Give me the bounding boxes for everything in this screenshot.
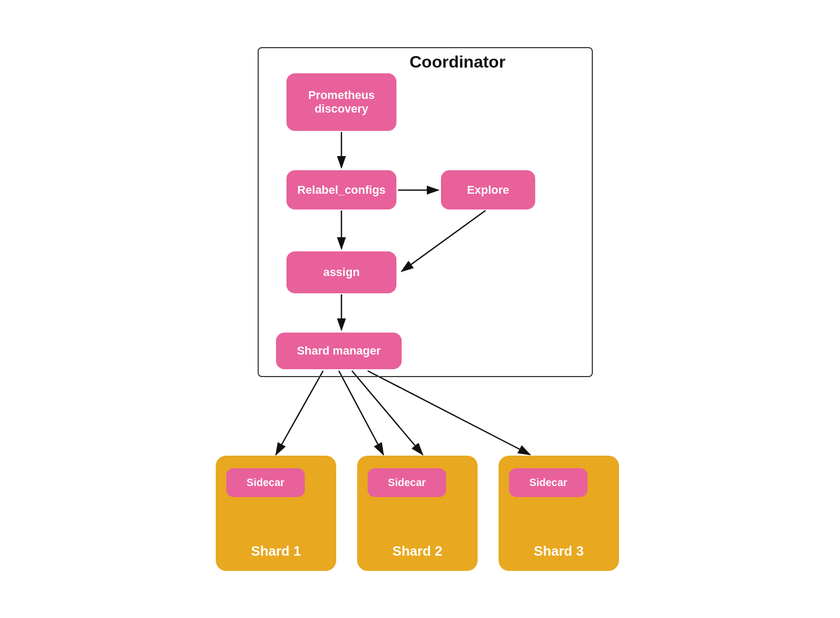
assign-node: assign xyxy=(286,251,396,293)
shard-3-sidecar: Sidecar xyxy=(509,468,588,497)
svg-line-8 xyxy=(352,371,423,455)
shard-manager-node: Shard manager xyxy=(276,333,402,369)
shard-3-label: Shard 3 xyxy=(499,543,619,559)
shard-3-box: Sidecar Shard 3 xyxy=(499,456,619,571)
shard-1-label: Shard 1 xyxy=(216,543,336,559)
relabel-node: Relabel_configs xyxy=(286,170,396,209)
explore-node: Explore xyxy=(441,170,535,209)
diagram-container: Coordinator Prometheus discovery Relabel… xyxy=(184,31,656,587)
shard-2-box: Sidecar Shard 2 xyxy=(357,456,478,571)
svg-line-9 xyxy=(368,371,530,455)
shard-2-sidecar: Sidecar xyxy=(368,468,446,497)
shard-1-box: Sidecar Shard 1 xyxy=(216,456,336,571)
coordinator-label: Coordinator xyxy=(410,52,505,72)
shard-2-label: Shard 2 xyxy=(357,543,478,559)
prometheus-node: Prometheus discovery xyxy=(286,73,396,131)
svg-line-6 xyxy=(276,371,323,455)
svg-line-7 xyxy=(339,371,383,455)
shard-1-sidecar: Sidecar xyxy=(226,468,305,497)
